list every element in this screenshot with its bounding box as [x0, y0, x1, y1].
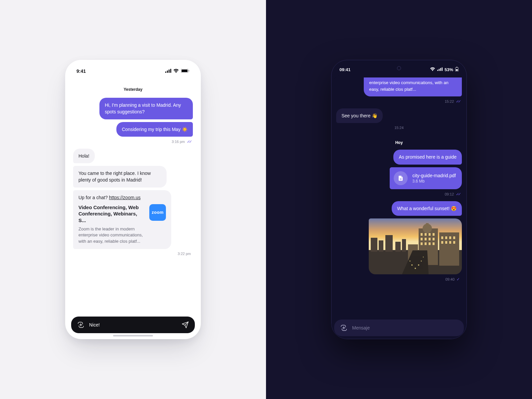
- chat-thread[interactable]: Yesterday Hi, I'm planning a visit to Ma…: [68, 76, 198, 314]
- svg-rect-26: [421, 233, 423, 236]
- svg-rect-5: [182, 69, 188, 72]
- svg-rect-0: [165, 71, 166, 73]
- svg-rect-34: [421, 242, 423, 245]
- timestamp: 15:22: [445, 99, 454, 103]
- timestamp: 3:16 pm: [172, 140, 185, 144]
- svg-rect-42: [441, 241, 443, 244]
- svg-rect-43: [445, 241, 447, 244]
- svg-rect-32: [429, 238, 431, 240]
- file-icon: [394, 171, 408, 185]
- svg-rect-2: [169, 69, 170, 73]
- sent-receipt-icon: ✓: [457, 277, 460, 282]
- svg-point-48: [418, 264, 419, 266]
- svg-rect-37: [433, 242, 435, 245]
- svg-rect-30: [421, 238, 423, 240]
- svg-rect-13: [456, 69, 458, 71]
- svg-rect-35: [425, 242, 427, 245]
- attach-icon[interactable]: [77, 321, 84, 329]
- message-out[interactable]: Hi, I'm planning a visit to Madrid. Any …: [99, 98, 193, 119]
- send-icon[interactable]: [182, 321, 189, 329]
- svg-point-50: [423, 257, 424, 257]
- chat-thread[interactable]: enterprise video communications, with an…: [332, 74, 466, 317]
- svg-rect-38: [441, 236, 443, 239]
- file-name: city-guide-madrid.pdf: [412, 173, 456, 178]
- svg-rect-44: [449, 241, 451, 244]
- message-in[interactable]: Hola!: [73, 149, 95, 163]
- svg-rect-1: [167, 70, 168, 73]
- svg-rect-17: [379, 240, 383, 252]
- svg-rect-6: [189, 70, 189, 71]
- svg-point-52: [410, 260, 411, 261]
- link-url[interactable]: https://zoom.us: [109, 195, 141, 200]
- message-in[interactable]: You came to the right place. I know plen…: [73, 166, 167, 188]
- cellular-icon: [437, 67, 443, 72]
- svg-point-49: [421, 260, 422, 261]
- home-indicator: [113, 335, 153, 336]
- link-preview-card[interactable]: Up for a chat? https://zoom.us Video Con…: [73, 190, 171, 249]
- message-input[interactable]: Nice!: [89, 322, 177, 328]
- status-time: 9:41: [76, 68, 86, 74]
- svg-point-51: [411, 264, 413, 266]
- timestamp: 09:40: [445, 277, 455, 281]
- link-preview-truncated[interactable]: enterprise video communications, with an…: [364, 77, 462, 96]
- svg-rect-3: [170, 69, 171, 73]
- svg-rect-33: [433, 238, 435, 240]
- link-prompt: Up for a chat?: [78, 195, 109, 200]
- svg-rect-9: [440, 68, 441, 71]
- svg-rect-31: [425, 238, 427, 240]
- svg-point-47: [415, 268, 416, 269]
- svg-rect-29: [433, 233, 435, 236]
- svg-rect-16: [371, 238, 377, 252]
- phone-light: 9:41 Yesterday Hi, I'm planning a visit …: [65, 60, 201, 339]
- link-title: Video Conferencing, Web Conferencing, We…: [78, 204, 145, 224]
- svg-rect-10: [442, 67, 443, 71]
- battery-icon: [455, 67, 459, 72]
- status-time: 09:41: [339, 67, 350, 72]
- read-receipt-icon: ✓✓: [456, 192, 460, 197]
- notch: [101, 60, 165, 69]
- wifi-icon: [173, 68, 179, 74]
- svg-rect-40: [449, 236, 451, 239]
- phone-dark: 09:41 53% enterprise video communication…: [331, 60, 467, 339]
- message-in[interactable]: See you there 👋: [336, 108, 383, 123]
- svg-rect-28: [429, 233, 431, 236]
- read-receipt-icon: ✓✓: [187, 139, 191, 144]
- svg-rect-20: [402, 239, 406, 252]
- svg-rect-27: [425, 233, 427, 236]
- link-thumbnail: zoom: [149, 204, 166, 221]
- link-description: Zoom is the leader in modern enterprise …: [78, 226, 145, 244]
- image-attachment[interactable]: [369, 218, 462, 274]
- date-divider: Hoy: [336, 140, 462, 145]
- timestamp: 3:22 pm: [178, 252, 191, 256]
- message-out[interactable]: What a wonderful sunset! 😍: [392, 201, 462, 216]
- svg-rect-25: [426, 223, 429, 225]
- svg-rect-45: [453, 241, 455, 244]
- svg-rect-18: [385, 235, 393, 252]
- svg-rect-7: [437, 69, 438, 71]
- attach-icon[interactable]: [340, 324, 347, 332]
- cellular-icon: [165, 68, 171, 74]
- message-out[interactable]: Considering my trip this May ☀️: [116, 122, 193, 137]
- message-out[interactable]: As promised here is a guide: [393, 150, 462, 164]
- battery-icon: [181, 68, 190, 74]
- message-input-bar[interactable]: Mensaje: [334, 320, 464, 336]
- date-divider: Yesterday: [73, 87, 193, 92]
- camera-dot: [397, 66, 401, 70]
- svg-point-24: [423, 224, 432, 233]
- timestamp: 09:12: [445, 192, 454, 196]
- wifi-icon: [430, 67, 435, 72]
- message-input-bar[interactable]: Nice!: [71, 317, 195, 333]
- svg-rect-36: [429, 242, 431, 245]
- svg-rect-8: [439, 69, 440, 71]
- svg-rect-39: [445, 236, 447, 239]
- timestamp: 15:24: [394, 126, 404, 130]
- file-size: 3.6 Mb: [412, 179, 456, 184]
- read-receipt-icon: ✓✓: [456, 99, 460, 104]
- file-attachment[interactable]: city-guide-madrid.pdf 3.6 Mb: [390, 167, 462, 189]
- svg-rect-41: [453, 236, 455, 239]
- svg-rect-19: [395, 242, 401, 252]
- battery-percent: 53%: [445, 67, 453, 72]
- message-input[interactable]: Mensaje: [352, 325, 458, 331]
